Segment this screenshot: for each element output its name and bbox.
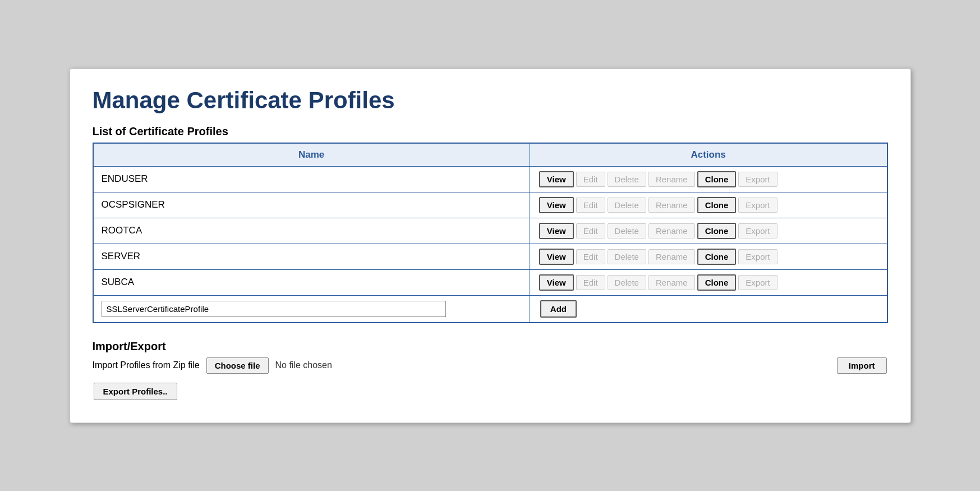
view-button[interactable]: View	[539, 249, 574, 265]
delete-button: Delete	[608, 275, 646, 290]
import-button[interactable]: Import	[837, 357, 887, 374]
export-profiles-button[interactable]: Export Profiles..	[94, 383, 177, 400]
import-row: Import Profiles from Zip file Choose fil…	[93, 357, 888, 374]
export-button: Export	[738, 172, 777, 187]
rename-button: Rename	[648, 198, 695, 213]
view-button[interactable]: View	[539, 274, 574, 291]
profile-name-cell: ENDUSER	[93, 166, 530, 192]
clone-button[interactable]: Clone	[697, 249, 737, 265]
add-profile-row: Add	[93, 295, 887, 323]
table-row: SERVERViewEditDeleteRenameCloneExport	[93, 244, 887, 269]
add-profile-input[interactable]	[102, 301, 446, 317]
rename-button: Rename	[648, 249, 695, 264]
page-container: Manage Certificate Profiles List of Cert…	[70, 68, 911, 423]
table-row: OCSPSIGNERViewEditDeleteRenameCloneExpor…	[93, 192, 887, 218]
view-button[interactable]: View	[539, 223, 574, 239]
rename-button: Rename	[648, 172, 695, 187]
profile-actions-cell: ViewEditDeleteRenameCloneExport	[530, 244, 887, 269]
table-header-name: Name	[93, 143, 530, 167]
edit-button: Edit	[576, 172, 605, 187]
delete-button: Delete	[608, 249, 646, 264]
edit-button: Edit	[576, 223, 605, 238]
profile-actions-cell: ViewEditDeleteRenameCloneExport	[530, 218, 887, 244]
add-profile-name-cell	[93, 295, 530, 323]
rename-button: Rename	[648, 223, 695, 238]
clone-button[interactable]: Clone	[697, 223, 737, 239]
table-row: ENDUSERViewEditDeleteRenameCloneExport	[93, 166, 887, 192]
choose-file-button[interactable]: Choose file	[206, 357, 269, 374]
delete-button: Delete	[608, 172, 646, 187]
export-button: Export	[738, 275, 777, 290]
list-section-title: List of Certificate Profiles	[93, 125, 888, 138]
add-profile-actions-cell: Add	[530, 295, 887, 323]
no-file-text: No file chosen	[275, 360, 332, 370]
export-button: Export	[738, 198, 777, 213]
edit-button: Edit	[576, 249, 605, 264]
clone-button[interactable]: Clone	[697, 197, 737, 213]
export-row: Export Profiles..	[93, 383, 888, 400]
profile-actions-cell: ViewEditDeleteRenameCloneExport	[530, 166, 887, 192]
table-row: SUBCAViewEditDeleteRenameCloneExport	[93, 269, 887, 295]
view-button[interactable]: View	[539, 197, 574, 213]
profile-name-cell: OCSPSIGNER	[93, 192, 530, 218]
import-export-title: Import/Export	[93, 340, 888, 353]
clone-button[interactable]: Clone	[697, 274, 737, 291]
delete-button: Delete	[608, 198, 646, 213]
page-title: Manage Certificate Profiles	[93, 87, 888, 114]
table-header-actions: Actions	[530, 143, 887, 167]
import-export-section: Import/Export Import Profiles from Zip f…	[93, 340, 888, 400]
profile-name-cell: ROOTCA	[93, 218, 530, 244]
table-row: ROOTCAViewEditDeleteRenameCloneExport	[93, 218, 887, 244]
edit-button: Edit	[576, 275, 605, 290]
delete-button: Delete	[608, 223, 646, 238]
add-button[interactable]: Add	[540, 300, 577, 318]
view-button[interactable]: View	[539, 171, 574, 187]
rename-button: Rename	[648, 275, 695, 290]
profile-name-cell: SUBCA	[93, 269, 530, 295]
profile-name-cell: SERVER	[93, 244, 530, 269]
edit-button: Edit	[576, 198, 605, 213]
profile-actions-cell: ViewEditDeleteRenameCloneExport	[530, 192, 887, 218]
profiles-table: Name Actions ENDUSERViewEditDeleteRename…	[93, 143, 888, 323]
clone-button[interactable]: Clone	[697, 171, 737, 187]
export-button: Export	[738, 249, 777, 264]
export-button: Export	[738, 223, 777, 238]
import-label: Import Profiles from Zip file	[93, 360, 200, 370]
profile-actions-cell: ViewEditDeleteRenameCloneExport	[530, 269, 887, 295]
